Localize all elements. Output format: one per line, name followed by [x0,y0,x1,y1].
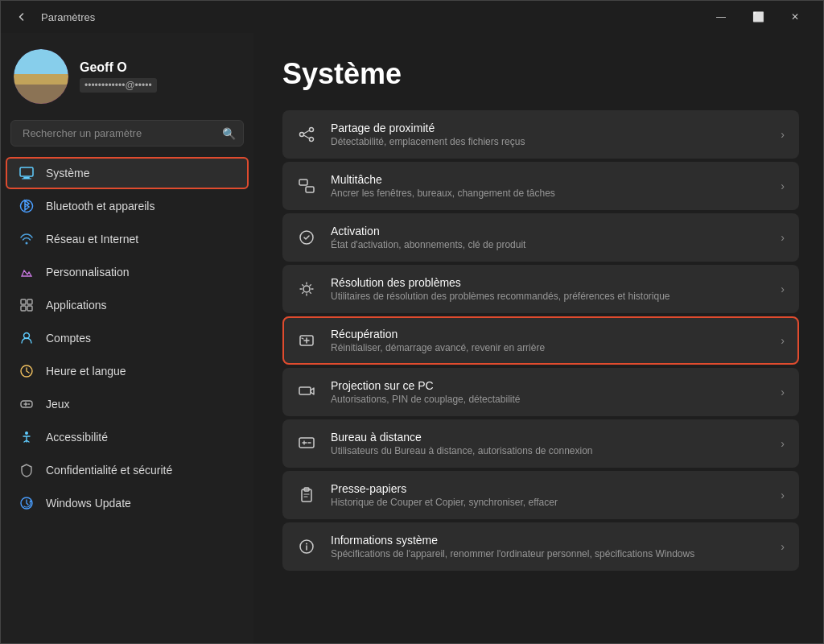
close-button[interactable]: ✕ [777,1,814,33]
multitache-desc: Ancrer les fenêtres, bureaux, changement… [331,188,766,199]
recuperation-chevron: › [781,334,785,347]
resolution-text: Résolution des problèmes Utilitaires de … [331,276,766,302]
svg-point-17 [310,138,314,142]
presse-papiers-desc: Historique de Couper et Copier, synchron… [331,497,766,508]
user-profile[interactable]: Geoff O ••••••••••••@••••• [1,33,253,117]
applications-icon [19,297,35,313]
titlebar: Paramètres — ⬜ ✕ [1,1,823,33]
svg-rect-8 [27,306,32,311]
sidebar-label-confidentialite: Confidentialité et sécurité [46,464,172,477]
svg-point-21 [303,286,310,292]
partage-desc: Détectabilité, emplacement des fichiers … [331,136,766,147]
accessibilite-icon [19,429,35,445]
svg-point-12 [28,403,30,405]
sidebar-item-heure[interactable]: Heure et langue [6,355,249,387]
svg-rect-5 [21,299,26,304]
multitache-text: Multitâche Ancrer les fenêtres, bureaux,… [331,173,766,199]
multitache-icon [297,176,316,196]
sidebar-item-bluetooth[interactable]: Bluetooth et appareils [6,190,249,222]
projection-text: Projection sur ce PC Autorisations, PIN … [331,379,766,405]
resolution-desc: Utilitaires de résolution des problèmes … [331,291,766,302]
setting-activation[interactable]: Activation État d'activation, abonnement… [282,213,799,262]
maximize-button[interactable]: ⬜ [740,1,777,33]
user-info: Geoff O ••••••••••••@••••• [80,60,157,93]
svg-point-4 [26,242,28,245]
bureau-distance-desc: Utilisateurs du Bureau à distance, autor… [331,445,766,456]
setting-partage[interactable]: Partage de proximité Détectabilité, empl… [282,110,799,159]
partage-title: Partage de proximité [331,122,766,134]
recuperation-icon [297,331,316,350]
sidebar-label-applications: Applications [46,299,107,312]
sidebar-item-windows-update[interactable]: Windows Update [6,487,249,519]
setting-multitache[interactable]: Multitâche Ancrer les fenêtres, bureaux,… [282,162,799,210]
multitache-title: Multitâche [331,173,766,186]
settings-window: Paramètres — ⬜ ✕ Geoff O ••••••••••••@••… [0,0,824,644]
sidebar-item-comptes[interactable]: Comptes [6,322,249,354]
sidebar: Geoff O ••••••••••••@••••• 🔍 [1,33,253,643]
multitache-chevron: › [781,180,785,192]
activation-text: Activation État d'activation, abonnement… [331,225,766,250]
setting-resolution[interactable]: Résolution des problèmes Utilitaires de … [282,265,799,313]
presse-papiers-title: Presse-papiers [331,482,766,495]
page-title: Système [282,57,799,91]
bureau-distance-chevron: › [781,437,785,450]
setting-bureau-distance[interactable]: Bureau à distance Utilisateurs du Bureau… [282,419,799,468]
content-area: Système Partage de proximité D [253,33,823,643]
setting-projection[interactable]: Projection sur ce PC Autorisations, PIN … [282,368,799,416]
projection-icon [297,382,316,402]
sidebar-item-personnalisation[interactable]: Personnalisation [6,256,249,288]
informations-title: Informations système [331,534,766,547]
heure-icon [19,363,35,379]
svg-rect-0 [20,167,33,176]
projection-title: Projection sur ce PC [331,379,766,392]
sidebar-label-accessibilite: Accessibilité [46,431,108,444]
sidebar-item-confidentialite[interactable]: Confidentialité et sécurité [6,454,249,486]
sidebar-label-bluetooth: Bluetooth et appareils [46,200,154,213]
sidebar-item-systeme[interactable]: Système [6,157,249,189]
back-button[interactable] [10,6,33,28]
informations-chevron: › [781,540,785,553]
activation-desc: État d'activation, abonnements, clé de p… [331,239,766,250]
activation-chevron: › [781,231,785,244]
reseau-icon [19,231,35,247]
resolution-title: Résolution des problèmes [331,276,766,289]
presse-papiers-icon [297,485,316,505]
sidebar-item-accessibilite[interactable]: Accessibilité [6,421,249,453]
bureau-distance-title: Bureau à distance [331,431,766,444]
sidebar-item-applications[interactable]: Applications [6,289,249,321]
sidebar-nav: Système Bluetooth et appareils [1,156,253,520]
setting-informations[interactable]: Informations système Spécifications de l… [282,522,799,571]
partage-chevron: › [781,128,785,141]
systeme-icon [19,165,35,181]
svg-rect-19 [306,187,314,192]
svg-rect-7 [21,306,26,311]
svg-rect-18 [299,180,307,185]
search-container: 🔍 [10,120,244,147]
minimize-button[interactable]: — [702,1,740,33]
svg-point-16 [310,128,314,132]
sidebar-item-reseau[interactable]: Réseau et Internet [6,223,249,255]
avatar [14,49,68,104]
svg-point-13 [25,431,28,435]
search-icon: 🔍 [222,127,236,140]
activation-title: Activation [331,225,766,237]
setting-presse-papiers[interactable]: Presse-papiers Historique de Couper et C… [282,471,799,519]
setting-recuperation[interactable]: Récupération Réinitialiser, démarrage av… [282,316,799,365]
jeux-icon [19,396,35,412]
bureau-distance-icon [297,434,316,453]
sidebar-label-systeme: Système [46,167,89,180]
partage-text: Partage de proximité Détectabilité, empl… [331,122,766,147]
informations-desc: Spécifications de l'appareil, renommer l… [331,548,766,559]
windows-update-icon [19,495,35,511]
user-name: Geoff O [80,60,157,75]
main-layout: Geoff O ••••••••••••@••••• 🔍 [1,33,823,643]
presse-papiers-chevron: › [781,489,785,502]
svg-point-15 [300,133,304,137]
svg-rect-6 [27,299,32,304]
activation-icon [297,228,316,247]
resolution-icon [297,279,316,299]
sidebar-item-jeux[interactable]: Jeux [6,388,249,420]
resolution-chevron: › [781,283,785,295]
search-input[interactable] [10,120,244,147]
projection-desc: Autorisations, PIN de couplage, détectab… [331,394,766,405]
